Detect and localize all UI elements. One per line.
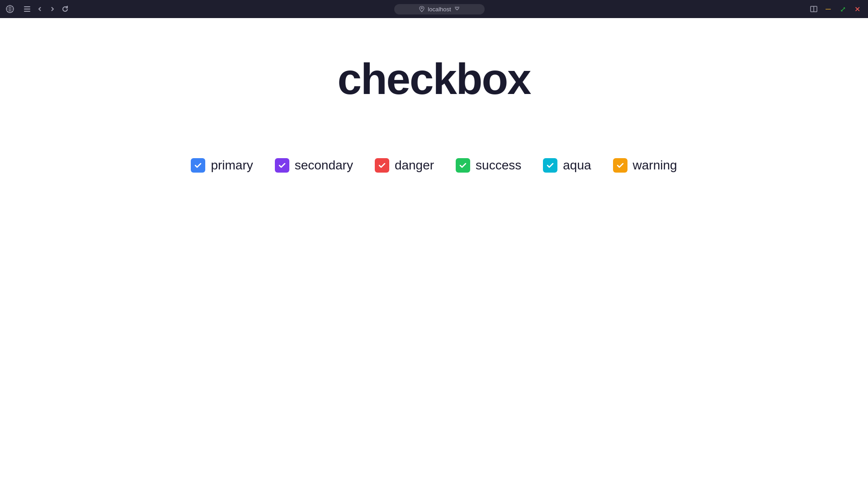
reload-button[interactable] — [60, 4, 71, 14]
forward-button[interactable] — [47, 4, 58, 14]
checkbox-aqua[interactable] — [543, 158, 557, 173]
minimize-button[interactable]: ─ — [823, 4, 834, 14]
checkbox-primary[interactable] — [191, 158, 205, 173]
checkbox-row: primary secondary danger — [191, 158, 677, 173]
checkbox-item-warning[interactable]: warning — [613, 158, 677, 173]
checkbox-aqua-label: aqua — [563, 158, 591, 173]
checkbox-item-primary[interactable]: primary — [191, 158, 253, 173]
checkbox-primary-label: primary — [211, 158, 253, 173]
address-bar[interactable]: localhost — [74, 4, 805, 14]
checkbox-warning[interactable] — [613, 158, 627, 173]
browser-chrome: localhost ─ ⤢ ✕ — [0, 0, 868, 18]
svg-rect-3 — [24, 11, 30, 12]
checkbox-danger-label: danger — [395, 158, 434, 173]
browser-nav-controls — [22, 4, 71, 14]
svg-rect-1 — [24, 6, 30, 7]
svg-point-4 — [421, 8, 423, 9]
checkbox-item-success[interactable]: success — [456, 158, 521, 173]
page-title: checkbox — [338, 54, 531, 104]
sidebar-toggle-button[interactable] — [22, 4, 33, 14]
checkbox-item-secondary[interactable]: secondary — [275, 158, 353, 173]
close-button[interactable]: ✕ — [852, 4, 863, 14]
checkbox-success-label: success — [476, 158, 521, 173]
checkbox-warning-label: warning — [633, 158, 677, 173]
window-controls: ─ ⤢ ✕ — [808, 4, 863, 14]
checkbox-secondary[interactable] — [275, 158, 289, 173]
maximize-button[interactable]: ⤢ — [837, 4, 848, 14]
svg-rect-2 — [24, 9, 30, 9]
url-text: localhost — [428, 6, 451, 13]
checkbox-secondary-label: secondary — [295, 158, 353, 173]
main-content: checkbox primary secondary — [0, 18, 868, 488]
browser-logo-icon — [5, 5, 14, 14]
back-button[interactable] — [34, 4, 45, 14]
checkbox-danger[interactable] — [375, 158, 389, 173]
split-view-button[interactable] — [808, 4, 819, 14]
checkbox-success[interactable] — [456, 158, 470, 173]
checkbox-item-danger[interactable]: danger — [375, 158, 434, 173]
checkbox-item-aqua[interactable]: aqua — [543, 158, 591, 173]
